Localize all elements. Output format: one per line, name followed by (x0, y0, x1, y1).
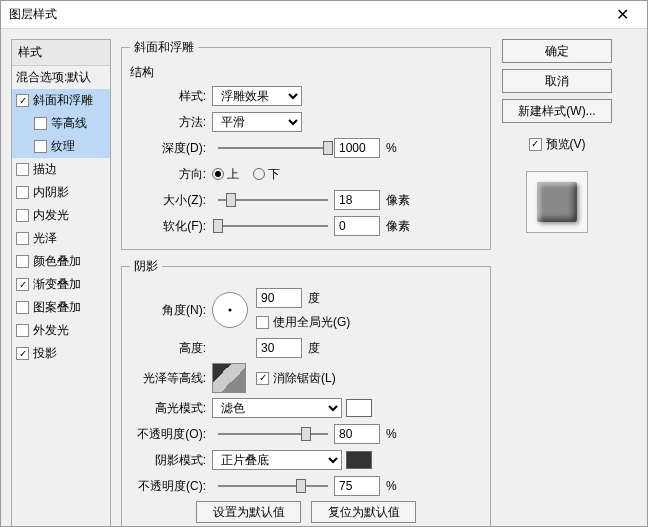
style-checkbox[interactable] (16, 186, 29, 199)
style-checkbox[interactable] (16, 94, 29, 107)
close-icon[interactable]: ✕ (606, 1, 639, 28)
style-item-label: 图案叠加 (33, 299, 81, 316)
opacity1-label: 不透明度(O): (130, 426, 212, 443)
ok-button[interactable]: 确定 (502, 39, 612, 63)
style-item-内阴影[interactable]: 内阴影 (12, 181, 110, 204)
style-item-光泽[interactable]: 光泽 (12, 227, 110, 250)
global-light-checkbox[interactable] (256, 316, 269, 329)
dir-down-radio[interactable] (253, 168, 265, 180)
soften-input[interactable] (334, 216, 380, 236)
size-unit: 像素 (386, 192, 410, 209)
preview-label: 预览(V) (546, 136, 586, 153)
depth-input[interactable] (334, 138, 380, 158)
style-checkbox[interactable] (16, 209, 29, 222)
highlight-color-swatch[interactable] (346, 399, 372, 417)
altitude-label: 高度: (130, 340, 212, 357)
soften-slider[interactable] (218, 218, 328, 234)
opacity1-slider[interactable] (218, 426, 328, 442)
style-item-投影[interactable]: 投影 (12, 342, 110, 365)
antialias-checkbox[interactable] (256, 372, 269, 385)
bevel-legend: 斜面和浮雕 (130, 39, 198, 56)
dir-up-radio[interactable] (212, 168, 224, 180)
contour-picker[interactable] (212, 363, 246, 393)
highlight-mode-select[interactable]: 滤色 (212, 398, 342, 418)
preview-checkbox[interactable] (529, 138, 542, 151)
new-style-button[interactable]: 新建样式(W)... (502, 99, 612, 123)
opacity2-unit: % (386, 479, 397, 493)
bevel-group: 斜面和浮雕 结构 样式: 浮雕效果 方法: 平滑 深度(D): % 方向: 上 (121, 39, 491, 250)
highlight-mode-label: 高光模式: (130, 400, 212, 417)
bevel-preview-icon (537, 182, 577, 222)
style-item-斜面和浮雕[interactable]: 斜面和浮雕 (12, 89, 110, 112)
size-slider[interactable] (218, 192, 328, 208)
style-item-label: 内发光 (33, 207, 69, 224)
method-label: 方法: (130, 114, 212, 131)
opacity2-label: 不透明度(C): (130, 478, 212, 495)
blend-defaults-row[interactable]: 混合选项:默认 (12, 66, 110, 89)
reset-default-button[interactable]: 复位为默认值 (311, 501, 416, 523)
opacity1-unit: % (386, 427, 397, 441)
shadow-mode-label: 阴影模式: (130, 452, 212, 469)
main-panel: 斜面和浮雕 结构 样式: 浮雕效果 方法: 平滑 深度(D): % 方向: 上 (121, 39, 491, 527)
soften-label: 软化(F): (130, 218, 212, 235)
style-item-label: 颜色叠加 (33, 253, 81, 270)
antialias-label: 消除锯齿(L) (273, 370, 336, 387)
window-title: 图层样式 (9, 6, 57, 23)
dir-down-label: 下 (268, 166, 280, 183)
method-select[interactable]: 平滑 (212, 112, 302, 132)
contour-label: 光泽等高线: (130, 370, 212, 387)
style-item-label: 内阴影 (33, 184, 69, 201)
opacity2-slider[interactable] (218, 478, 328, 494)
style-item-等高线[interactable]: 等高线 (12, 112, 110, 135)
style-item-外发光[interactable]: 外发光 (12, 319, 110, 342)
soften-unit: 像素 (386, 218, 410, 235)
style-checkbox[interactable] (16, 232, 29, 245)
style-item-描边[interactable]: 描边 (12, 158, 110, 181)
style-item-label: 描边 (33, 161, 57, 178)
opacity2-input[interactable] (334, 476, 380, 496)
style-checkbox[interactable] (16, 255, 29, 268)
set-default-button[interactable]: 设置为默认值 (196, 501, 301, 523)
right-panel: 确定 取消 新建样式(W)... 预览(V) (501, 39, 613, 527)
size-input[interactable] (334, 190, 380, 210)
style-item-图案叠加[interactable]: 图案叠加 (12, 296, 110, 319)
cancel-button[interactable]: 取消 (502, 69, 612, 93)
style-item-纹理[interactable]: 纹理 (12, 135, 110, 158)
style-checkbox[interactable] (16, 324, 29, 337)
shade-group: 阴影 角度(N): 度 使用全局光(G) 高度: (121, 258, 491, 527)
dir-up-label: 上 (227, 166, 239, 183)
styles-list: 样式 混合选项:默认 斜面和浮雕等高线纹理描边内阴影内发光光泽颜色叠加渐变叠加图… (11, 39, 111, 527)
shadow-color-swatch[interactable] (346, 451, 372, 469)
style-item-内发光[interactable]: 内发光 (12, 204, 110, 227)
style-item-label: 斜面和浮雕 (33, 92, 93, 109)
style-item-label: 等高线 (51, 115, 87, 132)
style-item-渐变叠加[interactable]: 渐变叠加 (12, 273, 110, 296)
shadow-mode-select[interactable]: 正片叠底 (212, 450, 342, 470)
style-checkbox[interactable] (34, 117, 47, 130)
style-checkbox[interactable] (16, 278, 29, 291)
style-checkbox[interactable] (16, 347, 29, 360)
angle-label: 角度(N): (130, 302, 212, 319)
style-item-颜色叠加[interactable]: 颜色叠加 (12, 250, 110, 273)
global-light-label: 使用全局光(G) (273, 314, 350, 331)
style-checkbox[interactable] (16, 163, 29, 176)
styles-header: 样式 (12, 40, 110, 66)
style-item-label: 外发光 (33, 322, 69, 339)
angle-dial[interactable] (212, 292, 248, 328)
style-checkbox[interactable] (16, 301, 29, 314)
depth-slider[interactable] (218, 140, 328, 156)
angle-input[interactable] (256, 288, 302, 308)
structure-label: 结构 (130, 64, 482, 81)
angle-unit: 度 (308, 290, 320, 307)
style-item-label: 投影 (33, 345, 57, 362)
shade-legend: 阴影 (130, 258, 162, 275)
depth-label: 深度(D): (130, 140, 212, 157)
style-select[interactable]: 浮雕效果 (212, 86, 302, 106)
size-label: 大小(Z): (130, 192, 212, 209)
altitude-input[interactable] (256, 338, 302, 358)
blend-defaults-label: 混合选项:默认 (16, 69, 91, 86)
direction-label: 方向: (130, 166, 212, 183)
altitude-unit: 度 (308, 340, 320, 357)
style-checkbox[interactable] (34, 140, 47, 153)
opacity1-input[interactable] (334, 424, 380, 444)
